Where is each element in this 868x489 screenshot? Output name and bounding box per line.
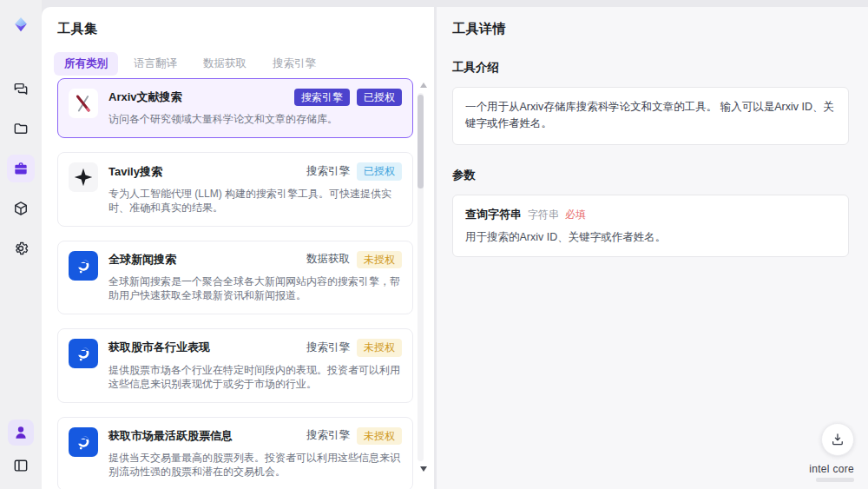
category-label: 搜索引擎	[306, 340, 350, 355]
auth-status-badge: 未授权	[357, 251, 402, 268]
rail-nav	[7, 75, 35, 262]
tool-card-0[interactable]: Arxiv文献搜索 搜索引擎已授权 访问各个研究领域大量科学论文和文章的存储库。	[57, 78, 413, 138]
tool-name: 全球新闻搜索	[108, 252, 176, 268]
folder-icon	[12, 120, 30, 137]
sidebar-item-settings[interactable]	[7, 235, 35, 262]
tab-2[interactable]: 数据获取	[193, 52, 257, 76]
blue-e-logo-icon	[69, 339, 98, 368]
page-title: 工具集	[57, 21, 434, 37]
auth-status-badge: 已授权	[357, 89, 402, 106]
app-logo-icon	[12, 16, 30, 33]
param-type: 字符串	[528, 208, 559, 222]
tab-1[interactable]: 语言翻译	[123, 52, 187, 76]
toolbox-icon	[12, 160, 30, 177]
tab-0[interactable]: 所有类别	[54, 52, 118, 76]
tool-detail-panel: 工具详情 工具介绍 一个用于从Arxiv存储库搜索科学论文和文章的工具。 输入可…	[437, 7, 868, 489]
param-required-badge: 必填	[565, 208, 586, 222]
tool-card-4[interactable]: 获取市场最活跃股票信息 搜索引擎未授权 提供当天交易量最高的股票列表。投资者可以…	[57, 417, 413, 489]
blue-e-logo-icon	[69, 251, 98, 281]
tools-panel: 工具集 所有类别语言翻译数据获取搜索引擎 Arxiv文献搜索 搜索引擎已授权 访…	[42, 7, 434, 489]
left-rail	[0, 0, 42, 489]
rail-bottom	[8, 420, 34, 479]
sidebar-item-account[interactable]	[8, 420, 34, 446]
tool-name: 获取市场最活跃股票信息	[108, 428, 233, 444]
category-badge: 搜索引擎	[294, 89, 350, 106]
tool-card-2[interactable]: 全球新闻搜索 数据获取未授权 全球新闻搜索是一个聚合全球各大新闻网站内容的搜索引…	[57, 241, 413, 314]
param-card: 查询字符串 字符串 必填 用于搜索的Arxiv ID、关键字或作者姓名。	[452, 195, 849, 257]
sidebar-item-tools[interactable]	[7, 155, 35, 182]
tool-description: 专为人工智能代理 (LLM) 构建的搜索引擎工具。可快速提供实时、准确和真实的结…	[108, 187, 402, 215]
app-logo[interactable]	[5, 9, 36, 40]
intro-text: 一个用于从Arxiv存储库搜索科学论文和文章的工具。 输入可以是Arxiv ID…	[452, 87, 849, 145]
download-button[interactable]	[821, 423, 854, 456]
gear-icon	[12, 240, 30, 257]
category-label: 搜索引擎	[306, 164, 350, 179]
scrollbar-track[interactable]	[418, 93, 424, 461]
category-tabs: 所有类别语言翻译数据获取搜索引擎	[54, 52, 434, 76]
panel-toggle-icon	[12, 457, 30, 474]
scrollbar-thumb[interactable]	[418, 95, 424, 188]
scroll-up-arrow-icon[interactable]	[420, 83, 427, 88]
download-icon	[830, 432, 845, 447]
param-description: 用于搜索的Arxiv ID、关键字或作者姓名。	[465, 230, 836, 245]
category-label: 数据获取	[306, 252, 350, 267]
category-label: 搜索引擎	[306, 428, 350, 443]
tool-name: Tavily搜索	[108, 164, 162, 180]
chat-icon	[12, 80, 30, 97]
tool-list: Arxiv文献搜索 搜索引擎已授权 访问各个研究领域大量科学论文和文章的存储库。…	[57, 78, 413, 489]
tab-3[interactable]: 搜索引擎	[262, 52, 326, 76]
sidebar-item-collapse[interactable]	[8, 453, 34, 479]
tool-description: 提供股票市场各个行业在特定时间段内的表现。投资者可以利用这些信息来识别表现优于或…	[108, 363, 402, 391]
tool-name: 获取股市各行业表现	[108, 340, 210, 355]
auth-status-badge: 未授权	[357, 427, 402, 445]
auth-status-badge: 已授权	[357, 162, 402, 180]
tool-card-3[interactable]: 获取股市各行业表现 搜索引擎未授权 提供股票市场各个行业在特定时间段内的表现。投…	[57, 328, 413, 402]
user-icon	[12, 424, 30, 441]
param-head: 查询字符串 字符串 必填	[465, 207, 836, 222]
intel-logo-subtext	[816, 478, 854, 482]
tool-description: 全球新闻搜索是一个聚合全球各大新闻网站内容的搜索引擎，帮助用户快速获取全球最新资…	[108, 274, 402, 302]
tool-description: 访问各个研究领域大量科学论文和文章的存储库。	[108, 112, 402, 126]
intel-core-logo: intel core	[809, 464, 854, 475]
intro-heading: 工具介绍	[452, 60, 849, 76]
blue-e-logo-icon	[69, 427, 98, 457]
sidebar-item-models[interactable]	[7, 195, 35, 222]
scroll-down-arrow-icon[interactable]	[420, 466, 427, 472]
tool-card-1[interactable]: Tavily搜索 搜索引擎已授权 专为人工智能代理 (LLM) 构建的搜索引擎工…	[57, 152, 413, 226]
detail-title: 工具详情	[452, 21, 849, 37]
sidebar-item-chat[interactable]	[7, 75, 35, 102]
arxiv-logo-icon	[69, 89, 98, 118]
sparkle-logo-icon	[69, 162, 98, 192]
tool-description: 提供当天交易量最高的股票列表。投资者可以利用这些信息来识别流动性强的股票和潜在的…	[108, 451, 402, 479]
param-name: 查询字符串	[465, 207, 522, 222]
params-heading: 参数	[452, 168, 849, 183]
cube-icon	[12, 200, 30, 217]
sidebar-item-files[interactable]	[7, 115, 35, 142]
tool-name: Arxiv文献搜索	[108, 89, 182, 105]
auth-status-badge: 未授权	[357, 339, 402, 356]
